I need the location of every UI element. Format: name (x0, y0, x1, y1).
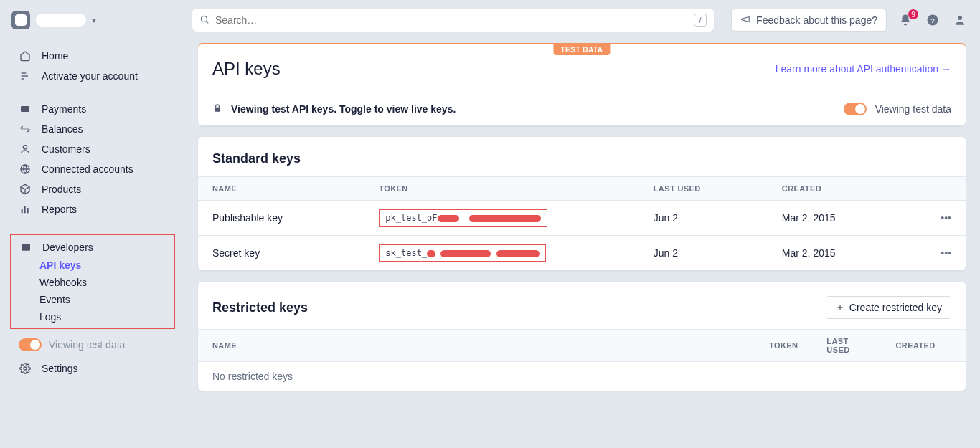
svg-rect-16 (22, 244, 30, 250)
key-created: Mar 2, 2015 (768, 236, 926, 271)
sidebar-item-payments[interactable]: Payments (0, 99, 184, 119)
svg-rect-13 (22, 209, 23, 213)
globe-icon (19, 163, 32, 175)
svg-rect-14 (24, 206, 26, 213)
standard-keys-title: Standard keys (212, 151, 301, 166)
key-name: Secret key (198, 236, 364, 271)
key-last-used: Jun 2 (639, 201, 768, 236)
sidebar-item-connected[interactable]: Connected accounts (0, 159, 184, 179)
ellipsis-icon: ••• (941, 247, 951, 259)
svg-rect-8 (21, 106, 29, 112)
table-row: Secret key sk_test_ Jun 2 Mar 2, 2015 ••… (198, 236, 966, 271)
token-value[interactable]: pk_test_oF (379, 209, 547, 227)
user-icon (19, 143, 32, 155)
sidebar-item-activate[interactable]: Activate your account (0, 66, 184, 86)
test-data-toggle-sidebar[interactable] (19, 338, 42, 351)
key-last-used: Jun 2 (639, 236, 768, 271)
transfer-icon (19, 123, 32, 135)
create-restricted-key-button[interactable]: ＋ Create restricted key (826, 296, 951, 319)
page-title: API keys (212, 59, 281, 79)
column-header-last-used: LAST USED (639, 177, 768, 201)
svg-point-11 (23, 146, 27, 149)
test-data-badge: TEST DATA (553, 44, 610, 55)
search-input[interactable] (215, 14, 694, 26)
cube-icon (19, 184, 32, 195)
notification-count-badge: 9 (908, 9, 918, 19)
row-actions-button[interactable]: ••• (926, 236, 966, 271)
feedback-button[interactable]: Feedback about this page? (731, 9, 887, 32)
learn-more-link[interactable]: Learn more about API authentication → (776, 63, 951, 75)
token-prefix: sk_test_ (385, 248, 427, 258)
token-value[interactable]: sk_test_ (379, 244, 545, 262)
account-switcher[interactable]: ▾ (11, 11, 184, 29)
help-button[interactable]: ? (924, 14, 941, 27)
sidebar-item-label: Products (42, 184, 81, 195)
chevron-down-icon: ▾ (92, 15, 96, 25)
column-header-created: CREATED (881, 330, 966, 362)
key-name: Publishable key (198, 201, 364, 236)
column-header-token: TOKEN (755, 330, 812, 362)
slash-shortcut-hint: / (694, 14, 707, 27)
svg-rect-18 (215, 107, 220, 111)
learn-more-label: Learn more about API authentication (776, 63, 938, 75)
arrow-right-icon: → (941, 63, 951, 75)
restricted-keys-title: Restricted keys (212, 300, 308, 315)
sidebar-item-label: Developers (42, 242, 93, 253)
standard-keys-table: NAME TOKEN LAST USED CREATED Publishable… (198, 176, 966, 270)
column-header-last-used: LAST USED (812, 330, 881, 362)
column-header-token: TOKEN (364, 177, 639, 201)
account-name-placeholder (36, 14, 86, 27)
search-icon (199, 14, 209, 27)
svg-text:?: ? (930, 16, 935, 24)
restricted-keys-table: NAME TOKEN LAST USED CREATED No restrict… (198, 329, 966, 391)
test-data-toggle-label: Viewing test data (49, 339, 125, 351)
create-restricted-key-label: Create restricted key (849, 302, 942, 313)
sidebar-item-products[interactable]: Products (0, 179, 184, 199)
table-row: No restricted keys (198, 362, 966, 391)
sidebar: Home Activate your account Payments Bala… (0, 40, 184, 448)
sidebar-subitem-api-keys[interactable]: API keys (11, 257, 174, 274)
plus-icon: ＋ (835, 301, 845, 314)
info-text: Viewing test API keys. Toggle to view li… (231, 103, 456, 115)
svg-point-0 (201, 16, 207, 22)
store-icon (11, 11, 30, 29)
empty-state-text: No restricted keys (198, 362, 966, 391)
test-data-toggle-main-label: Viewing test data (875, 103, 951, 115)
sidebar-subitem-webhooks[interactable]: Webhooks (11, 274, 174, 291)
feedback-label: Feedback about this page? (756, 14, 877, 26)
test-data-toggle-main[interactable] (844, 103, 867, 115)
terminal-icon (19, 242, 32, 253)
sidebar-item-label: Home (42, 50, 68, 62)
token-prefix: pk_test_oF (385, 213, 437, 223)
sidebar-item-customers[interactable]: Customers (0, 139, 184, 159)
checklist-icon (19, 70, 32, 82)
svg-line-1 (207, 21, 209, 23)
svg-rect-15 (27, 208, 29, 213)
table-row: Publishable key pk_test_oF Jun 2 Mar 2, … (198, 201, 966, 236)
sidebar-item-label: Customers (42, 143, 90, 155)
restricted-keys-card: Restricted keys ＋ Create restricted key … (198, 282, 966, 391)
column-header-name: NAME (198, 177, 364, 201)
column-header-name: NAME (198, 330, 755, 362)
ellipsis-icon: ••• (941, 212, 951, 224)
sidebar-item-label: Connected accounts (42, 163, 133, 175)
key-created: Mar 2, 2015 (768, 201, 926, 236)
sidebar-item-balances[interactable]: Balances (0, 119, 184, 139)
sidebar-item-reports[interactable]: Reports (0, 199, 184, 219)
sidebar-item-developers[interactable]: Developers (11, 238, 174, 257)
global-search[interactable]: / (192, 9, 714, 32)
sidebar-subitem-logs[interactable]: Logs (11, 308, 174, 325)
standard-keys-card: Standard keys NAME TOKEN LAST USED CREAT… (198, 137, 966, 270)
sidebar-item-home[interactable]: Home (0, 46, 184, 66)
wallet-icon (19, 103, 32, 115)
column-header-created: CREATED (768, 177, 926, 201)
sidebar-item-label: Balances (42, 123, 83, 135)
notifications-button[interactable]: 9 (897, 14, 914, 27)
sidebar-subitem-events[interactable]: Events (11, 291, 174, 308)
row-actions-button[interactable]: ••• (926, 201, 966, 236)
profile-button[interactable] (951, 14, 969, 27)
lock-icon (212, 103, 222, 115)
sidebar-item-label: Settings (42, 363, 78, 374)
svg-point-4 (958, 16, 962, 20)
sidebar-item-settings[interactable]: Settings (0, 358, 184, 378)
